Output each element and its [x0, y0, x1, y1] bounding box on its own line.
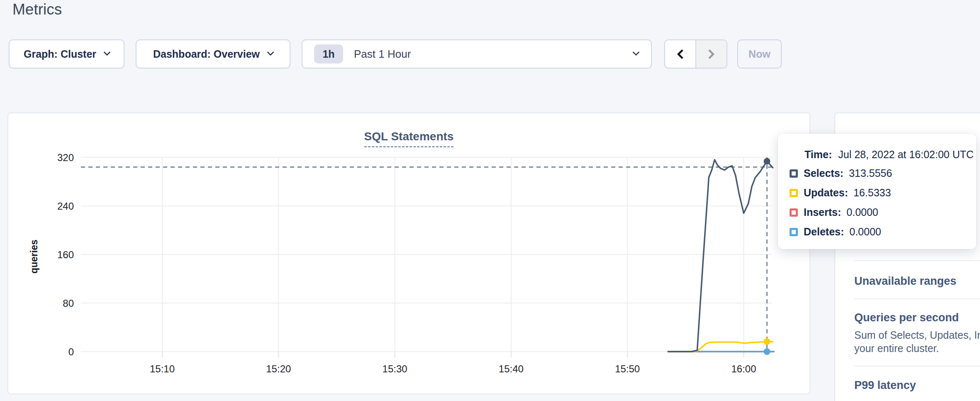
tooltip-row-updates: Updates: 16.5333	[790, 183, 976, 203]
tooltip-series-label: Selects:	[804, 167, 843, 179]
tooltip-time-row: Time: Jul 28, 2022 at 16:02:00 UTC	[804, 145, 976, 164]
sql-statements-chart[interactable]: 08016024032015:1015:2015:3015:4015:5016:…	[8, 113, 811, 395]
now-button-label: Now	[748, 48, 770, 60]
now-button[interactable]: Now	[737, 39, 782, 68]
tooltip-row-deletes: Deletes: 0.0000	[790, 222, 976, 242]
chevron-right-icon	[705, 49, 714, 59]
y-axis-tick-label: 160	[57, 249, 74, 260]
tooltip-row-selects: Selects: 313.5556	[790, 164, 976, 183]
next-interval-button[interactable]	[695, 40, 726, 68]
y-axis-tick-label: 320	[57, 152, 74, 163]
inserts-legend-swatch	[790, 208, 798, 217]
dashboard-dropdown-label: Dashboard: Overview	[153, 48, 260, 60]
y-axis-title: queries	[29, 240, 39, 274]
series-line-updates	[668, 342, 773, 352]
chevron-down-icon	[104, 49, 111, 56]
chevron-down-icon	[267, 49, 274, 56]
page-title: Metrics	[12, 1, 62, 18]
divider	[854, 260, 980, 261]
updates-legend-swatch	[790, 189, 798, 197]
sidebar-heading-p99-latency: P99 latency	[854, 379, 916, 392]
prev-interval-button[interactable]	[665, 40, 695, 68]
divider	[854, 298, 980, 299]
y-axis-tick-label: 0	[68, 346, 74, 357]
time-range-label: Past 1 Hour	[354, 48, 623, 61]
dashboard-dropdown[interactable]: Dashboard: Overview	[136, 39, 290, 68]
x-axis-tick-label: 15:20	[266, 363, 291, 374]
tooltip-series-value: 16.5333	[853, 187, 891, 199]
y-axis-tick-label: 80	[63, 298, 74, 309]
tooltip-time-value: Jul 28, 2022 at 16:02:00 UTC	[838, 149, 974, 161]
series-line-selects	[668, 160, 773, 352]
sidebar-description-line: your entire cluster.	[854, 342, 939, 355]
tooltip-series-label: Updates:	[804, 187, 848, 199]
selects-legend-swatch	[790, 169, 798, 178]
sidebar-heading-unavailable-ranges: Unavailable ranges	[854, 275, 956, 288]
chevron-down-icon	[633, 49, 640, 56]
hover-marker-selects	[764, 158, 770, 164]
tooltip-series-value: 313.5556	[849, 167, 892, 179]
x-axis-tick-label: 15:50	[615, 363, 640, 374]
graph-dropdown-label: Graph: Cluster	[24, 48, 96, 60]
hover-marker-deletes	[764, 348, 770, 355]
time-range-selector[interactable]: 1h Past 1 Hour	[302, 39, 652, 68]
y-axis-tick-label: 240	[57, 200, 74, 212]
tooltip-series-label: Inserts:	[804, 206, 841, 218]
x-axis-tick-label: 15:30	[383, 363, 407, 374]
hover-marker-updates	[764, 338, 770, 345]
x-axis-tick-label: 16:00	[731, 363, 756, 374]
x-axis-tick-label: 15:10	[150, 363, 175, 374]
tooltip-series-value: 0.0000	[846, 206, 878, 218]
tooltip-series-value: 0.0000	[849, 226, 881, 238]
graph-dropdown[interactable]: Graph: Cluster	[9, 39, 124, 68]
deletes-legend-swatch	[790, 228, 798, 236]
chevron-left-icon	[677, 49, 687, 59]
time-pager	[664, 39, 727, 68]
sidebar-heading-queries-per-second: Queries per second	[854, 311, 959, 324]
sql-statements-chart-card: SQL Statements 08016024032015:1015:2015:…	[7, 112, 810, 394]
sidebar-description-line: Sum of Selects, Updates, Inserts	[854, 329, 980, 341]
x-axis-tick-label: 15:40	[499, 363, 524, 374]
tooltip-time-label: Time:	[804, 149, 832, 161]
chart-hover-tooltip: Time: Jul 28, 2022 at 16:02:00 UTC Selec…	[778, 134, 976, 249]
tooltip-row-inserts: Inserts: 0.0000	[790, 203, 976, 222]
time-range-badge: 1h	[314, 44, 343, 64]
tooltip-series-label: Deletes:	[804, 226, 844, 238]
divider	[854, 366, 980, 367]
